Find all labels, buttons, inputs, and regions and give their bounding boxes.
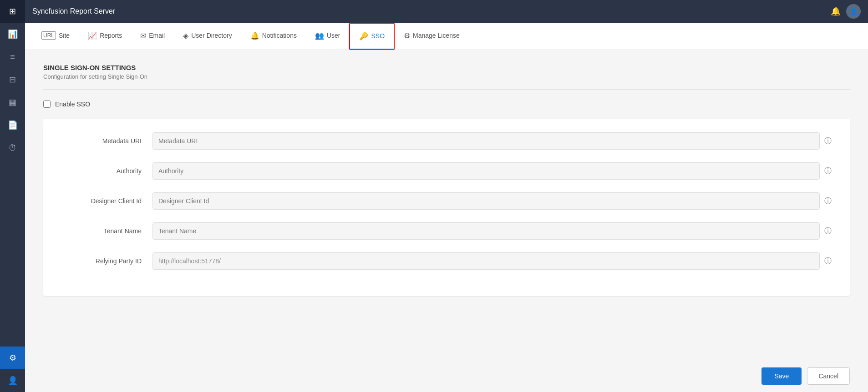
tab-user-label: User bbox=[327, 32, 340, 39]
sidebar-item-reports-list[interactable]: ≡ bbox=[0, 45, 25, 68]
tab-user[interactable]: 👥 User bbox=[306, 23, 350, 50]
sidebar-item-files[interactable]: 📄 bbox=[0, 114, 25, 136]
content: SINGLE SIGN-ON SETTINGS Configuration fo… bbox=[25, 50, 868, 360]
form-row-authority: Authority ⓘ bbox=[61, 162, 832, 180]
dashboard-icon: 📊 bbox=[8, 29, 18, 39]
tab-site-label: Site bbox=[59, 32, 70, 39]
metadata-uri-label: Metadata URI bbox=[61, 137, 152, 145]
avatar[interactable]: 👤 bbox=[846, 4, 861, 19]
topbar-right: 🔔 👤 bbox=[831, 4, 861, 19]
page-title: SINGLE SIGN-ON SETTINGS bbox=[43, 64, 850, 71]
relying-party-id-label: Relying Party ID bbox=[61, 257, 152, 265]
notifications-icon: 🔔 bbox=[250, 31, 259, 40]
email-icon: ✉ bbox=[140, 31, 146, 40]
relying-party-id-info-icon[interactable]: ⓘ bbox=[824, 256, 832, 266]
sidebar: ⊞ 📊 ≡ ⊟ ▦ 📄 ⏱ ⚙ 👤 bbox=[0, 0, 25, 392]
sidebar-logo[interactable]: ⊞ bbox=[0, 0, 25, 23]
sidebar-item-data[interactable]: ⊟ bbox=[0, 68, 25, 91]
tab-email-label: Email bbox=[149, 32, 165, 39]
reports-icon: 📈 bbox=[88, 31, 97, 40]
reports-list-icon: ≡ bbox=[10, 52, 15, 62]
tab-sso-label: SSO bbox=[371, 32, 385, 40]
divider bbox=[43, 89, 850, 90]
authority-wrap: ⓘ bbox=[152, 162, 832, 180]
nav-tabs: URL Site 📈 Reports ✉ Email ◈ User Direct… bbox=[25, 23, 868, 50]
tab-site[interactable]: URL Site bbox=[32, 23, 79, 50]
grid-icon: ⊞ bbox=[9, 6, 16, 16]
save-button[interactable]: Save bbox=[761, 367, 802, 385]
designer-client-id-wrap: ⓘ bbox=[152, 192, 832, 210]
sso-key-icon: 🔑 bbox=[359, 32, 368, 40]
tenant-name-input[interactable] bbox=[152, 222, 820, 240]
form-card: Metadata URI ⓘ Authority ⓘ Designer Clie… bbox=[43, 119, 850, 296]
authority-label: Authority bbox=[61, 167, 152, 175]
designer-client-id-info-icon[interactable]: ⓘ bbox=[824, 196, 832, 206]
history-icon: ⏱ bbox=[9, 143, 17, 153]
tab-sso[interactable]: 🔑 SSO bbox=[349, 23, 395, 50]
sidebar-item-dashboard[interactable]: 📊 bbox=[0, 23, 25, 45]
tab-email[interactable]: ✉ Email bbox=[131, 23, 174, 50]
tab-reports[interactable]: 📈 Reports bbox=[79, 23, 131, 50]
tab-manage-license[interactable]: ⚙ Manage License bbox=[395, 23, 469, 50]
form-row-metadata-uri: Metadata URI ⓘ bbox=[61, 132, 832, 150]
data-icon: ⊟ bbox=[9, 75, 16, 85]
tenant-name-label: Tenant Name bbox=[61, 227, 152, 235]
metadata-uri-info-icon[interactable]: ⓘ bbox=[824, 136, 832, 146]
tab-user-directory-label: User Directory bbox=[191, 32, 232, 39]
tenant-name-wrap: ⓘ bbox=[152, 222, 832, 240]
app-title: Syncfusion Report Server bbox=[32, 7, 115, 15]
widgets-icon: ▦ bbox=[9, 97, 16, 107]
designer-client-id-label: Designer Client Id bbox=[61, 197, 152, 205]
sidebar-item-profile[interactable]: 👤 bbox=[0, 369, 25, 392]
tab-user-directory[interactable]: ◈ User Directory bbox=[174, 23, 241, 50]
tenant-name-info-icon[interactable]: ⓘ bbox=[824, 226, 832, 236]
footer: Save Cancel bbox=[25, 360, 868, 392]
relying-party-id-input[interactable] bbox=[152, 252, 820, 270]
tab-notifications[interactable]: 🔔 Notifications bbox=[241, 23, 306, 50]
user-directory-icon: ◈ bbox=[183, 31, 188, 40]
cancel-button[interactable]: Cancel bbox=[807, 367, 850, 385]
main-content-area: Syncfusion Report Server 🔔 👤 URL Site 📈 … bbox=[25, 0, 868, 392]
authority-info-icon[interactable]: ⓘ bbox=[824, 166, 832, 176]
page-subtitle: Configuration for setting Single Sign-On bbox=[43, 73, 850, 80]
enable-sso-row: Enable SSO bbox=[43, 101, 850, 108]
profile-icon: 👤 bbox=[8, 376, 18, 386]
user-icon: 👥 bbox=[315, 31, 324, 40]
enable-sso-label[interactable]: Enable SSO bbox=[55, 101, 90, 108]
sidebar-item-history[interactable]: ⏱ bbox=[0, 136, 25, 159]
sidebar-item-settings[interactable]: ⚙ bbox=[0, 347, 25, 369]
topbar: Syncfusion Report Server 🔔 👤 bbox=[25, 0, 868, 23]
designer-client-id-input[interactable] bbox=[152, 192, 820, 210]
settings-icon: ⚙ bbox=[9, 353, 16, 363]
relying-party-id-wrap: ⓘ bbox=[152, 252, 832, 270]
tab-reports-label: Reports bbox=[100, 32, 122, 39]
tab-notifications-label: Notifications bbox=[262, 32, 297, 39]
form-row-relying-party-id: Relying Party ID ⓘ bbox=[61, 252, 832, 270]
avatar-icon: 👤 bbox=[850, 8, 858, 15]
files-icon: 📄 bbox=[8, 120, 18, 130]
form-row-designer-client-id: Designer Client Id ⓘ bbox=[61, 192, 832, 210]
manage-license-icon: ⚙ bbox=[404, 31, 410, 40]
metadata-uri-input[interactable] bbox=[152, 132, 820, 150]
enable-sso-checkbox[interactable] bbox=[43, 101, 51, 108]
metadata-uri-wrap: ⓘ bbox=[152, 132, 832, 150]
bell-icon[interactable]: 🔔 bbox=[831, 6, 841, 16]
sidebar-item-widgets[interactable]: ▦ bbox=[0, 91, 25, 114]
authority-input[interactable] bbox=[152, 162, 820, 180]
form-row-tenant-name: Tenant Name ⓘ bbox=[61, 222, 832, 240]
site-icon: URL bbox=[41, 31, 56, 40]
tab-manage-license-label: Manage License bbox=[413, 32, 460, 39]
sidebar-bottom: ⚙ 👤 bbox=[0, 347, 25, 392]
